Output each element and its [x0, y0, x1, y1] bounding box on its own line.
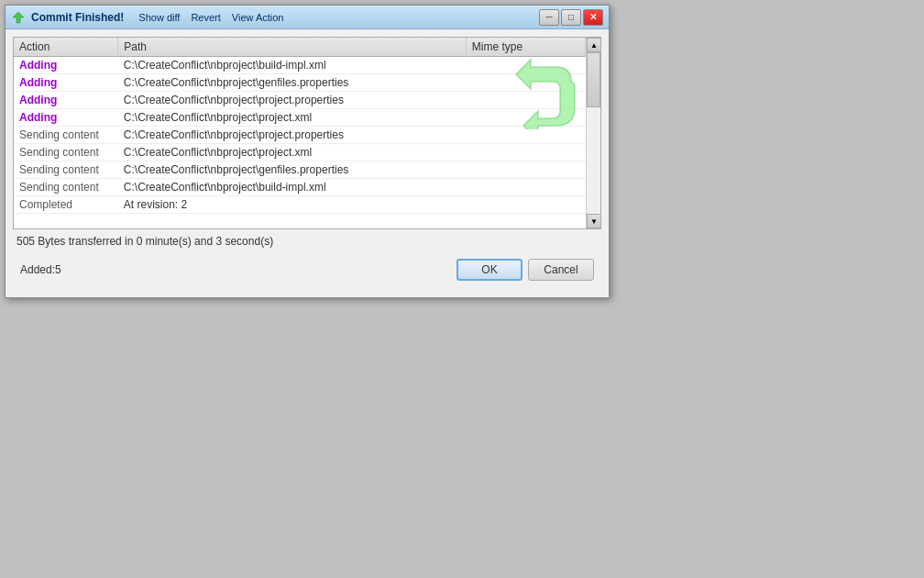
status-bar: 505 Bytes transferred in 0 minute(s) and…	[13, 229, 601, 251]
cell-mime	[466, 57, 585, 74]
column-mime: Mime type	[466, 38, 585, 57]
cell-path: C:\CreateConflict\nbproject\project.xml	[118, 144, 467, 161]
table-row: CompletedAt revision: 2	[14, 196, 586, 214]
minimize-button[interactable]: ─	[539, 9, 559, 26]
commit-table: Action Path Mime type AddingC:\CreateCon…	[14, 38, 586, 214]
cell-action: Sending content	[14, 161, 118, 179]
cell-mime	[466, 196, 585, 214]
cell-path: At revision: 2	[118, 196, 467, 214]
dialog-footer: Added:5 OK Cancel	[13, 251, 601, 290]
close-button[interactable]: ✕	[583, 9, 603, 26]
ok-button[interactable]: OK	[456, 259, 522, 281]
scroll-thumb-area	[587, 52, 600, 214]
dialog-icon	[11, 10, 26, 25]
cell-action: Adding	[14, 57, 118, 74]
menu-view-action[interactable]: View Action	[232, 12, 284, 23]
table-row: Sending contentC:\CreateConflict\nbproje…	[14, 161, 586, 179]
cell-action: Adding	[14, 109, 118, 127]
cell-mime	[466, 161, 585, 179]
cancel-button[interactable]: Cancel	[528, 259, 594, 281]
cell-action: Sending content	[14, 179, 118, 196]
dialog-title: Commit Finished!	[31, 11, 124, 24]
menu-show-diff[interactable]: Show diff	[138, 12, 180, 23]
title-bar-menu: Show diff Revert View Action	[138, 12, 283, 23]
cell-path: C:\CreateConflict\nbproject\project.prop…	[118, 92, 467, 109]
table-row: AddingC:\CreateConflict\nbproject\projec…	[14, 109, 586, 127]
cell-path: C:\CreateConflict\nbproject\build-impl.x…	[118, 179, 467, 196]
table-row: Sending contentC:\CreateConflict\nbproje…	[14, 179, 586, 196]
scroll-up-button[interactable]: ▲	[587, 38, 601, 52]
cell-mime	[466, 109, 585, 127]
table-header-row: Action Path Mime type	[14, 38, 586, 57]
window-controls: ─ □ ✕	[539, 9, 603, 26]
cell-mime	[466, 127, 585, 144]
table-row: Sending contentC:\CreateConflict\nbproje…	[14, 127, 586, 144]
cell-action: Adding	[14, 92, 118, 109]
table-row: AddingC:\CreateConflict\nbproject\build-…	[14, 57, 586, 74]
scroll-thumb[interactable]	[587, 52, 600, 107]
table-row: AddingC:\CreateConflict\nbproject\genfil…	[14, 74, 586, 92]
scroll-down-button[interactable]: ▼	[587, 214, 601, 228]
cell-path: C:\CreateConflict\nbproject\build-impl.x…	[118, 57, 467, 74]
table-scroll[interactable]: Action Path Mime type AddingC:\CreateCon…	[14, 38, 586, 228]
cell-mime	[466, 92, 585, 109]
table-row: Sending contentC:\CreateConflict\nbproje…	[14, 144, 586, 161]
cell-mime	[466, 74, 585, 92]
cell-action: Sending content	[14, 127, 118, 144]
cell-mime	[466, 179, 585, 196]
maximize-button[interactable]: □	[561, 9, 581, 26]
title-bar: Commit Finished! Show diff Revert View A…	[6, 6, 609, 29]
commit-finished-dialog: Commit Finished! Show diff Revert View A…	[5, 5, 610, 298]
cell-path: C:\CreateConflict\nbproject\genfiles.pro…	[118, 74, 467, 92]
cell-mime	[466, 144, 585, 161]
dialog-content: Action Path Mime type AddingC:\CreateCon…	[6, 29, 609, 297]
menu-revert[interactable]: Revert	[191, 12, 220, 23]
column-action: Action	[14, 38, 118, 57]
table-row: AddingC:\CreateConflict\nbproject\projec…	[14, 92, 586, 109]
scrollbar[interactable]: ▲ ▼	[586, 38, 600, 228]
added-count: Added:5	[20, 263, 61, 276]
title-bar-left: Commit Finished! Show diff Revert View A…	[11, 10, 283, 25]
cell-action: Completed	[14, 196, 118, 214]
cell-action: Adding	[14, 74, 118, 92]
cell-path: C:\CreateConflict\nbproject\project.prop…	[118, 127, 467, 144]
cell-path: C:\CreateConflict\nbproject\genfiles.pro…	[118, 161, 467, 179]
cell-path: C:\CreateConflict\nbproject\project.xml	[118, 109, 467, 127]
cell-action: Sending content	[14, 144, 118, 161]
footer-buttons: OK Cancel	[456, 259, 594, 281]
commit-table-container: Action Path Mime type AddingC:\CreateCon…	[13, 37, 601, 229]
column-path: Path	[118, 38, 467, 57]
transfer-status: 505 Bytes transferred in 0 minute(s) and…	[16, 235, 273, 248]
